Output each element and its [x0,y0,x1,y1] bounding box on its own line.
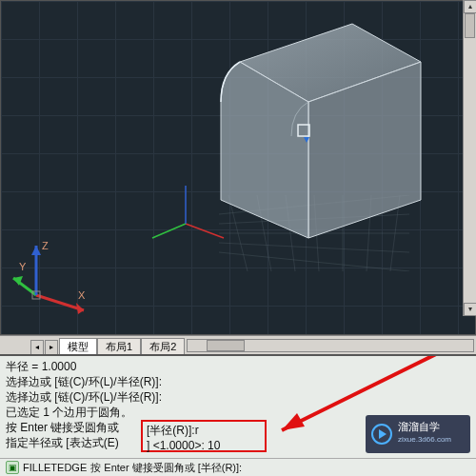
svg-marker-15 [282,413,305,430]
command-icon: ▣ [6,461,19,474]
axis-gizmo-center [143,181,228,270]
viewport-3d[interactable]: X Y Z ▴ ▾ [0,0,476,335]
command-line[interactable]: ▣ FILLETEDGE 按 Enter 键接受圆角或 [半径(R)]: [0,458,476,476]
scrollbar-horizontal[interactable] [187,339,474,352]
scroll-down-button[interactable]: ▾ [464,303,476,316]
cube-solid[interactable] [209,14,428,243]
command-history[interactable]: 半径 = 1.0000 选择边或 [链(C)/环(L)/半径(R)]: 选择边或… [0,354,476,476]
watermark-title: 溜溜自学 [398,421,451,432]
scroll-thumb-v[interactable] [465,13,475,38]
scroll-up-button[interactable]: ▴ [464,0,476,13]
scroll-thumb-h[interactable] [207,340,245,351]
svg-rect-12 [298,125,309,136]
svg-line-5 [36,295,84,310]
svg-marker-6 [76,303,84,314]
command-name: FILLETEDGE [23,460,87,475]
watermark-sub: zixue.3d66.com [398,432,451,447]
svg-line-3 [152,224,186,238]
tab-next-button[interactable]: ▸ [45,340,58,355]
cmd-text: 按 Enter 键接受圆角或 [6,421,119,434]
scroll-track-v[interactable] [464,13,476,303]
svg-line-2 [186,224,224,238]
svg-marker-10 [31,246,41,255]
tab-layout2[interactable]: 布局2 [141,338,185,355]
tab-model[interactable]: 模型 [59,338,97,355]
cmd-input-value: ] <1.0000>: 10 [147,438,261,453]
layout-tabs: ◂ ▸ 模型 布局1 布局2 [0,336,185,355]
axis-label-z: Z [42,240,49,251]
annotation-box: [半径(R)]:r ] <1.0000>: 10 [141,420,267,452]
axis-label-x: X [78,289,86,301]
layout-tab-row: ◂ ▸ 模型 布局1 布局2 [0,335,476,354]
command-prompt: 按 Enter 键接受圆角或 [半径(R)]: [90,460,242,475]
play-icon [371,424,392,445]
pick-cursor [295,124,316,149]
ucs-icon: X Y Z [10,236,95,326]
tab-layout1[interactable]: 布局1 [97,338,141,355]
tab-prev-button[interactable]: ◂ [30,340,44,355]
axis-label-y: Y [19,261,27,272]
watermark-badge: 溜溜自学 zixue.3d66.com [366,415,470,453]
scrollbar-vertical[interactable]: ▴ ▾ [463,0,476,316]
cmd-option-radius: [半径(R)]:r [147,423,261,438]
cmd-text: 指定半径或 [表达式(E) [6,436,119,449]
svg-marker-13 [304,137,309,143]
